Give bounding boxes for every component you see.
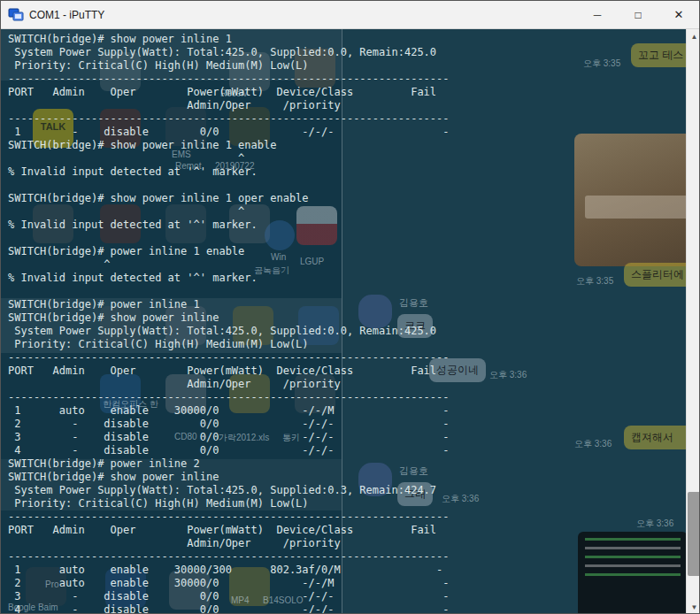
- chat-timestamp: 오후 3:36: [574, 438, 612, 450]
- iputty-app-icon: [8, 8, 24, 22]
- scrollbar-thumb[interactable]: [688, 492, 700, 576]
- window-title: COM1 - iPuTTY: [29, 9, 577, 21]
- chat-timestamp: 오후 3:35: [583, 58, 620, 70]
- putty-window: COM1 - iPuTTY ─ □ ✕ TALK: [0, 0, 700, 614]
- terminal-output: SWITCH(bridge)# show power inline 1 Syst…: [1, 29, 450, 614]
- title-bar[interactable]: COM1 - iPuTTY ─ □ ✕: [1, 1, 699, 29]
- chat-timestamp: 오후 3:35: [576, 275, 613, 288]
- maximize-button[interactable]: □: [618, 1, 658, 28]
- scroll-down-arrow-icon[interactable]: ▼: [687, 600, 700, 614]
- minimize-button[interactable]: ─: [577, 1, 618, 28]
- chat-photo-image: [574, 134, 700, 266]
- chat-timestamp: 오후 3:36: [636, 518, 673, 530]
- vertical-scrollbar[interactable]: ▲ ▼: [686, 29, 700, 614]
- photo-detail: [585, 196, 689, 219]
- close-button[interactable]: ✕: [658, 1, 699, 28]
- scroll-up-arrow-icon[interactable]: ▲: [687, 29, 700, 44]
- chat-terminal-image: [578, 532, 688, 614]
- chat-timestamp: 오후 3:36: [489, 369, 527, 381]
- terminal-area[interactable]: TALK Receiv EMS Remot 20190722 Win LGUP …: [1, 29, 700, 614]
